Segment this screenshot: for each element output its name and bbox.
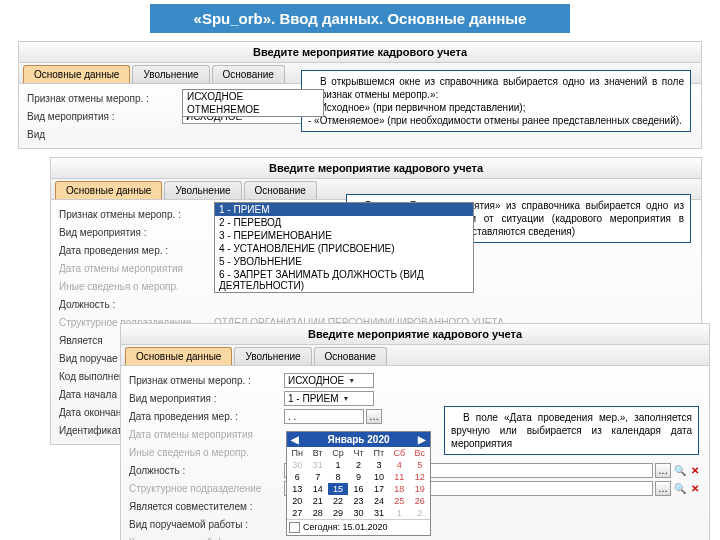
opt-ishodnoe[interactable]: ИСХОДНОЕ (183, 90, 323, 103)
cal-day[interactable]: 8 (328, 471, 348, 483)
opt-6[interactable]: 6 - ЗАПРЕТ ЗАНИМАТЬ ДОЛЖНОСТЬ (ВИД ДЕЯТЕ… (215, 268, 473, 292)
lbl-comb-3: Является совместителем : (129, 501, 284, 512)
tab-dismissal[interactable]: Увольнение (132, 65, 209, 83)
cal-day[interactable]: 11 (389, 471, 409, 483)
cal-day[interactable]: 27 (287, 507, 307, 519)
cal-day[interactable]: 21 (307, 495, 327, 507)
calendar-popup[interactable]: ◀ Январь 2020 ▶ Пн Вт Ср Чт Пт Сб Вс 303… (286, 431, 431, 536)
cal-day[interactable]: 19 (410, 483, 430, 495)
date-picker-button[interactable]: … (366, 409, 382, 424)
cal-day[interactable]: 3 (369, 459, 389, 471)
cal-day[interactable]: 6 (287, 471, 307, 483)
date-input-3[interactable]: . . (284, 409, 364, 424)
lbl-func-3: Вид поручаемой работы : (129, 519, 284, 530)
event-select-3[interactable]: 1 - ПРИЕМ (284, 391, 374, 406)
cal-day[interactable]: 28 (307, 507, 327, 519)
cal-next[interactable]: ▶ (418, 434, 426, 445)
cal-day[interactable]: 29 (328, 507, 348, 519)
lbl-cancel-3: Признак отмены меропр. : (129, 375, 284, 386)
cal-prev[interactable]: ◀ (291, 434, 299, 445)
cal-day-selected[interactable]: 15 (328, 483, 348, 495)
cal-day[interactable]: 17 (369, 483, 389, 495)
cal-day[interactable]: 10 (369, 471, 389, 483)
cal-day[interactable]: 14 (307, 483, 327, 495)
cal-day[interactable]: 18 (389, 483, 409, 495)
cal-day[interactable]: 26 (410, 495, 430, 507)
opt-3[interactable]: 3 - ПЕРЕИМЕНОВАНИЕ (215, 229, 473, 242)
cal-day[interactable]: 30 (348, 507, 368, 519)
cal-day[interactable]: 23 (348, 495, 368, 507)
dow-thu: Чт (348, 447, 368, 459)
lbl-event-2: Вид мероприятия : (59, 227, 214, 238)
cal-day[interactable]: 16 (348, 483, 368, 495)
lbl-code-3: Код выполняемой функции (129, 537, 284, 541)
cal-day[interactable]: 31 (307, 459, 327, 471)
lbl-cancel-2: Признак отмены меропр. : (59, 209, 214, 220)
panel-3: Введите мероприятие кадрового учета Осно… (120, 323, 710, 540)
callout1-p1: В открывшемся окне из справочника выбира… (308, 75, 684, 101)
panel3-title: Введите мероприятие кадрового учета (121, 324, 709, 345)
calendar-grid: Пн Вт Ср Чт Пт Сб Вс 303112345 678910111… (287, 447, 430, 519)
cal-day[interactable]: 7 (307, 471, 327, 483)
dow-mon: Пн (287, 447, 307, 459)
opt-4[interactable]: 4 - УСТАНОВЛЕНИЕ (ПРИСВОЕНИЕ) (215, 242, 473, 255)
cal-day[interactable]: 5 (410, 459, 430, 471)
cal-day[interactable]: 1 (328, 459, 348, 471)
dropdown-cancel-sign[interactable]: ИСХОДНОЕ ОТМЕНЯЕМОЕ (182, 89, 324, 117)
cal-day[interactable]: 1 (389, 507, 409, 519)
callout-3: В поле «Дата проведения мер.», заполняет… (444, 406, 699, 455)
cal-day[interactable]: 2 (410, 507, 430, 519)
label-cancel-sign: Признак отмены меропр. : (27, 93, 182, 104)
cal-footer[interactable]: Сегодня: 15.01.2020 (287, 519, 430, 535)
cal-day[interactable]: 30 (287, 459, 307, 471)
today-checkbox[interactable] (289, 522, 300, 533)
callout-1: В открывшемся окне из справочника выбира… (301, 70, 691, 132)
lbl-event-3: Вид мероприятия : (129, 393, 284, 404)
dropdown-event-type[interactable]: 1 - ПРИЕМ 2 - ПЕРЕВОД 3 - ПЕРЕИМЕНОВАНИЕ… (214, 202, 474, 293)
dow-sat: Сб (389, 447, 409, 459)
cal-day[interactable]: 2 (348, 459, 368, 471)
tab-main[interactable]: Основные данные (23, 65, 130, 83)
cal-day[interactable]: 25 (389, 495, 409, 507)
cal-day[interactable]: 12 (410, 471, 430, 483)
dow-fri: Пт (369, 447, 389, 459)
cancel-select-3[interactable]: ИСХОДНОЕ (284, 373, 374, 388)
opt-otmenyaemoe[interactable]: ОТМЕНЯЕМОЕ (183, 103, 323, 116)
panel2-title: Введите мероприятие кадрового учета (51, 158, 701, 179)
today-label: Сегодня: 15.01.2020 (303, 522, 388, 532)
magnifier-icon[interactable]: 🔍 (673, 465, 686, 476)
cal-day[interactable]: 22 (328, 495, 348, 507)
lbl-date-2: Дата проведения мер. : (59, 245, 214, 256)
struct-browse[interactable]: … (655, 481, 671, 496)
tab-basis[interactable]: Основание (212, 65, 285, 83)
clear-icon[interactable]: ✕ (688, 465, 701, 476)
tab-basis-2[interactable]: Основание (244, 181, 317, 199)
opt-5[interactable]: 5 - УВОЛЬНЕНИЕ (215, 255, 473, 268)
opt-2[interactable]: 2 - ПЕРЕВОД (215, 216, 473, 229)
cal-day[interactable]: 13 (287, 483, 307, 495)
lbl-cdate-3: Дата отмены мероприятия (129, 429, 284, 440)
tabs-3: Основные данные Увольнение Основание (121, 345, 709, 366)
lbl-cdate-2: Дата отмены мероприятия (59, 263, 214, 274)
label-cut-1: Вид (27, 129, 182, 140)
cal-day[interactable]: 20 (287, 495, 307, 507)
dow-tue: Вт (307, 447, 327, 459)
lbl-other-3: Иные сведенья о меропр. (129, 447, 284, 458)
tab-dismissal-2[interactable]: Увольнение (164, 181, 241, 199)
tab-main-3[interactable]: Основные данные (125, 347, 232, 365)
cal-day[interactable]: 4 (389, 459, 409, 471)
opt-1[interactable]: 1 - ПРИЕМ (215, 203, 473, 216)
clear-icon-2[interactable]: ✕ (688, 483, 701, 494)
page-banner: «Spu_orb». Ввод данных. Основные данные (150, 4, 570, 33)
lbl-date-3: Дата проведения мер. : (129, 411, 284, 422)
dow-wed: Ср (328, 447, 348, 459)
cal-day[interactable]: 31 (369, 507, 389, 519)
cal-day[interactable]: 9 (348, 471, 368, 483)
cal-day[interactable]: 24 (369, 495, 389, 507)
position-browse[interactable]: … (655, 463, 671, 478)
tab-dismissal-3[interactable]: Увольнение (234, 347, 311, 365)
tab-basis-3[interactable]: Основание (314, 347, 387, 365)
lbl-pos-2: Должность : (59, 299, 214, 310)
tab-main-2[interactable]: Основные данные (55, 181, 162, 199)
magnifier-icon-2[interactable]: 🔍 (673, 483, 686, 494)
